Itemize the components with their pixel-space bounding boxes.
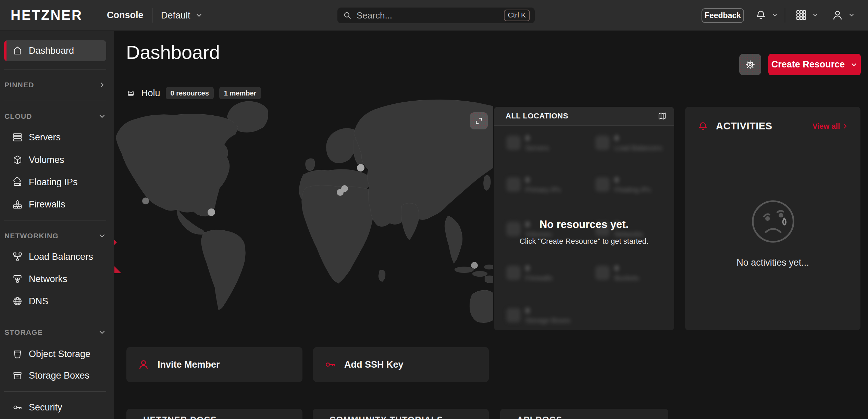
hetzner-docs-card[interactable]: HETZNER DOCS	[126, 409, 302, 419]
invite-member-icon	[138, 359, 149, 370]
stat-value: 0	[525, 134, 549, 143]
stat-label: Servers	[525, 143, 549, 152]
apps-grid-icon	[795, 9, 807, 21]
dns-icon	[12, 296, 23, 306]
stat-value: 0	[525, 306, 570, 316]
divider	[4, 220, 106, 220]
view-all-label: View all	[813, 122, 840, 131]
bell-icon	[697, 121, 708, 132]
notifications-menu[interactable]	[755, 9, 778, 21]
search-input[interactable]	[357, 10, 504, 21]
sidebar-item-label: Firewalls	[29, 199, 65, 210]
apps-menu[interactable]	[795, 9, 819, 21]
section-label: STORAGE	[4, 328, 43, 337]
section-label: NETWORKING	[4, 232, 59, 240]
map-expand-button[interactable]	[470, 112, 488, 129]
api-docs-card[interactable]: API DOCS	[500, 409, 668, 419]
invite-member-card[interactable]: Invite Member	[126, 347, 302, 382]
sidebar-item-security[interactable]: Security	[4, 398, 106, 417]
hetzner-docs-title: HETZNER DOCS	[143, 415, 302, 419]
location-stat: 0Storage Boxes	[506, 306, 570, 325]
floating-ips-icon	[12, 177, 23, 187]
key-icon	[12, 402, 23, 412]
chevron-down-icon	[848, 12, 855, 18]
section-label: PINNED	[4, 81, 34, 89]
sidebar-item-label: Security	[29, 402, 62, 413]
chevron-down-icon	[195, 12, 203, 19]
location-stat: 0Primary IPs	[506, 175, 561, 194]
sidebar-item-firewalls[interactable]: Firewalls	[4, 195, 106, 214]
map-dot	[357, 164, 364, 172]
divider	[4, 69, 106, 69]
sidebar-item-label: Load Balancers	[29, 252, 93, 262]
sad-face-icon	[750, 199, 796, 244]
sidebar-item-label: Storage Boxes	[29, 370, 89, 381]
sidebar-item-object-storage[interactable]: Object Storage	[4, 344, 106, 364]
sidebar-item-dns[interactable]: DNS	[4, 292, 106, 311]
storage-boxes-icon	[12, 370, 23, 381]
servers-icon	[12, 132, 23, 142]
topbar-divider	[785, 8, 785, 23]
sidebar-item-label: Networks	[29, 274, 67, 284]
account-menu[interactable]	[832, 9, 855, 21]
project-switcher-label: Default	[161, 10, 190, 21]
world-map	[114, 96, 493, 337]
dashboard-settings-button[interactable]	[739, 54, 761, 75]
sidebar-item-label: Floating IPs	[29, 177, 78, 188]
create-resource-button[interactable]: Create Resource	[768, 54, 861, 75]
chevron-down-icon	[98, 112, 106, 120]
sidebar-item-servers[interactable]: Servers	[4, 128, 106, 147]
sidebar-item-volumes[interactable]: Volumes	[4, 150, 106, 169]
sidebar-item-load-balancers[interactable]: Load Balancers	[4, 247, 106, 266]
all-locations-title: ALL LOCATIONS	[506, 112, 568, 120]
world-map-svg	[114, 96, 493, 337]
chevron-right-icon	[842, 123, 848, 129]
sidebar-item-floating-ips[interactable]: Floating IPs	[4, 173, 106, 192]
sidebar-item-label: Dashboard	[29, 46, 74, 56]
map-dot	[341, 185, 348, 192]
divider	[4, 317, 106, 317]
search-shortcut-badge: Ctrl K	[504, 10, 530, 21]
chevron-right-icon	[98, 81, 106, 89]
storage-boxes-icon	[506, 308, 521, 322]
chevron-down-icon	[771, 12, 778, 18]
sidebar-section-storage[interactable]: STORAGE	[4, 325, 106, 340]
sidebar-item-label: DNS	[29, 296, 48, 307]
create-resource-label: Create Resource	[771, 59, 845, 70]
topbar-divider	[152, 8, 152, 23]
divider	[4, 391, 106, 392]
map-dot	[208, 208, 215, 216]
feedback-button[interactable]: Feedback	[702, 8, 744, 23]
add-ssh-key-card[interactable]: Add SSH Key	[313, 347, 489, 382]
sidebar-section-pinned[interactable]: PINNED	[4, 77, 106, 92]
firewalls-icon	[506, 266, 521, 280]
invite-member-label: Invite Member	[158, 359, 220, 370]
view-all-link[interactable]: View all	[813, 122, 848, 131]
sidebar-section-cloud[interactable]: CLOUD	[4, 109, 106, 124]
all-locations-header: ALL LOCATIONS	[494, 107, 674, 126]
stat-label: Buckets	[615, 274, 639, 282]
ssh-key-icon	[324, 359, 336, 370]
project-switcher[interactable]: Default	[161, 7, 203, 24]
sidebar-item-dashboard[interactable]: Dashboard	[4, 40, 106, 61]
sidebar-item-networks[interactable]: Networks	[4, 269, 106, 289]
stat-value: 0	[615, 264, 639, 274]
stat-label: Firewalls	[525, 274, 553, 282]
no-resources-title: No resources yet.	[494, 218, 674, 231]
add-ssh-key-label: Add SSH Key	[344, 359, 404, 370]
activities-panel: ACTIVITIES View all No activities yet...	[685, 107, 860, 330]
stat-label: Floating IPs	[615, 185, 651, 194]
topbar: HETZNER Console Default Ctrl K Feedback	[0, 0, 868, 31]
community-tutorials-card[interactable]: COMMUNITY TUTORIALS	[313, 409, 489, 419]
api-docs-title: API DOCS	[517, 415, 668, 419]
no-resources-subtitle: Click "Create Resource" to get started.	[494, 237, 674, 246]
map-icon[interactable]	[658, 112, 667, 120]
stat-value: 0	[615, 175, 651, 185]
object-storage-icon	[12, 349, 23, 359]
location-stat: 0Load Balancers	[595, 134, 662, 152]
load-balancers-icon	[595, 136, 610, 150]
search-bar[interactable]: Ctrl K	[337, 8, 535, 23]
console-label: Console	[107, 10, 144, 21]
sidebar-section-networking[interactable]: NETWORKING	[4, 228, 106, 243]
sidebar-item-storage-boxes[interactable]: Storage Boxes	[4, 366, 106, 385]
